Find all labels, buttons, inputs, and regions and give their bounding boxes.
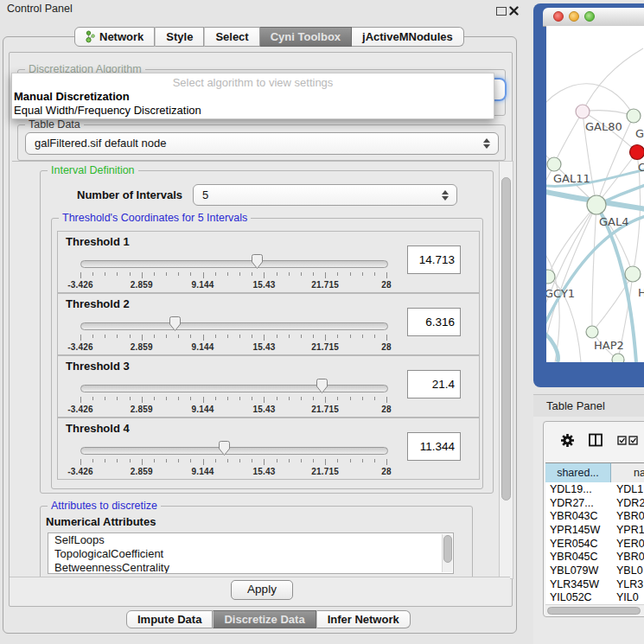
table-row[interactable]: YDL19...YDL1	[545, 482, 644, 496]
threshold-value-field[interactable]: 21.4	[407, 370, 461, 399]
attribute-item-betweennesscentrality[interactable]: BetweennessCentrality	[48, 561, 453, 574]
table-row[interactable]: YBR043CYBR0	[545, 509, 644, 523]
threshold-slider-thumb[interactable]	[169, 316, 182, 332]
network-window-titlebar[interactable]	[543, 8, 644, 27]
tab-cyni-toolbox[interactable]: Cyni Toolbox	[260, 27, 352, 47]
table-row[interactable]: YDR27...YDR2	[545, 496, 644, 510]
close-panel-icon[interactable]	[509, 6, 519, 16]
slider-tick	[374, 272, 375, 276]
network-edge	[592, 205, 596, 332]
algorithm-option-manual-discretization[interactable]: Manual Discretization	[14, 90, 130, 103]
tab-discretize-data[interactable]: Discretize Data	[213, 610, 316, 628]
slider-tick	[301, 272, 302, 276]
slider-tick	[239, 335, 240, 338]
algorithm-option-equal-width-frequency-discretization[interactable]: Equal Width/Frequency Discretization	[14, 104, 201, 117]
tab-infer-network[interactable]: Infer Network	[316, 610, 411, 628]
network-node-label: H	[638, 286, 644, 299]
cell-shared-name: YLR345W	[545, 578, 616, 590]
table-row[interactable]: YIL052CYIL0	[545, 591, 644, 605]
apply-button[interactable]: Apply	[231, 580, 293, 600]
slider-tick	[350, 397, 351, 400]
threshold-value-field[interactable]: 14.713	[407, 245, 461, 274]
tab-select[interactable]: Select	[204, 27, 259, 47]
network-node-c[interactable]	[630, 145, 644, 160]
threshold-slider-thumb[interactable]	[218, 440, 231, 456]
network-node-hap2[interactable]	[586, 326, 598, 338]
network-node-gal4[interactable]	[587, 195, 606, 214]
cell-name: YER0	[616, 538, 644, 550]
numerical-attributes-list[interactable]: SelfLoopsTopologicalCoefficientBetweenne…	[48, 532, 454, 574]
tab-group: NetworkStyleSelect	[74, 27, 260, 47]
tab-network[interactable]: Network	[74, 27, 155, 47]
threshold-value-field[interactable]: 6.316	[407, 308, 461, 336]
column-header-shared-name[interactable]: shared...	[545, 462, 611, 483]
slider-tick	[277, 272, 277, 276]
tab-label: Cyni Toolbox	[271, 30, 341, 43]
settings-vertical-scrollbar[interactable]	[499, 161, 513, 579]
slider-tick	[166, 459, 167, 462]
slider-tick-label: 15.43	[238, 467, 290, 476]
slider-tick	[239, 272, 240, 276]
tab-style[interactable]: Style	[155, 27, 204, 47]
tab-impute-data[interactable]: Impute Data	[126, 610, 213, 628]
cell-shared-name: YDL19...	[545, 483, 616, 495]
slider-tick	[239, 459, 240, 462]
slider-tick	[166, 272, 167, 276]
table-horizontal-scrollbar[interactable]	[545, 604, 644, 615]
select-columns-icon[interactable]	[617, 436, 640, 445]
algorithm-placeholder-item[interactable]: Select algorithm to view settings	[12, 76, 494, 89]
slider-tick	[264, 397, 265, 403]
threshold-slider-track[interactable]	[80, 260, 388, 268]
network-view-canvas[interactable]: GAL80GACGAL11GAL4GCY1HHAP2	[546, 26, 644, 362]
tab-jactivemnodules[interactable]: jActiveMNodules	[352, 27, 464, 47]
slider-tick	[142, 459, 143, 465]
threshold-slider-track[interactable]	[80, 447, 388, 455]
slider-tick	[252, 397, 252, 400]
network-node[interactable]	[612, 354, 624, 362]
network-node-h[interactable]	[625, 266, 641, 282]
close-window-button[interactable]	[553, 11, 564, 22]
number-of-intervals-value: 5	[202, 188, 208, 201]
slider-tick	[105, 397, 105, 400]
slider-tick	[289, 459, 290, 462]
table-data-combobox[interactable]: galFiltered.sif default node	[25, 132, 499, 155]
number-of-intervals-combobox[interactable]: 5	[193, 184, 457, 206]
scrollbar-thumb[interactable]	[501, 177, 511, 501]
split-view-icon[interactable]	[589, 433, 603, 447]
threshold-value-field[interactable]: 11.344	[407, 432, 461, 461]
table-row[interactable]: YLR345WYLR3	[545, 577, 644, 591]
attributes-list-scrollbar[interactable]	[442, 534, 452, 572]
network-node-gal11[interactable]	[547, 157, 561, 171]
cell-name: YPR1	[616, 524, 644, 536]
float-window-icon[interactable]	[496, 7, 507, 16]
slider-tick	[215, 459, 216, 462]
threshold-slider-track[interactable]	[80, 322, 388, 330]
table-row[interactable]: YER054CYER0	[545, 537, 644, 551]
minimize-window-button[interactable]	[569, 11, 579, 22]
slider-tick	[325, 459, 326, 465]
slider-tick	[203, 272, 204, 278]
attribute-item-topologicalcoefficient[interactable]: TopologicalCoefficient	[48, 547, 453, 561]
attribute-item-selfloops[interactable]: SelfLoops	[48, 533, 453, 547]
network-node-label: C	[638, 161, 644, 174]
threshold-slider-thumb[interactable]	[316, 378, 328, 394]
slider-tick-label: -3.426	[54, 342, 106, 352]
table-row[interactable]: YBL079WYBL0	[545, 564, 644, 577]
cell-shared-name: YBR043C	[545, 510, 616, 522]
slider-tick	[92, 397, 93, 400]
gear-icon[interactable]	[560, 433, 575, 448]
network-node-gcy1[interactable]	[546, 270, 555, 284]
table-panel-title: Table Panel	[546, 399, 605, 412]
column-header-name[interactable]: na	[611, 462, 644, 483]
table-row[interactable]: YPR145WYPR1	[545, 523, 644, 537]
network-node-gal80[interactable]	[576, 105, 590, 118]
threshold-slider-thumb[interactable]	[251, 253, 264, 270]
table-row[interactable]: YBR045CYBR0	[545, 550, 644, 564]
network-node-ga[interactable]	[627, 109, 641, 123]
scrollbar-thumb[interactable]	[547, 607, 641, 615]
threshold-slider-track[interactable]	[80, 385, 388, 392]
zoom-window-button[interactable]	[584, 11, 595, 22]
slider-tick	[92, 459, 93, 462]
slider-tick	[277, 397, 277, 400]
slider-tick	[264, 272, 265, 278]
